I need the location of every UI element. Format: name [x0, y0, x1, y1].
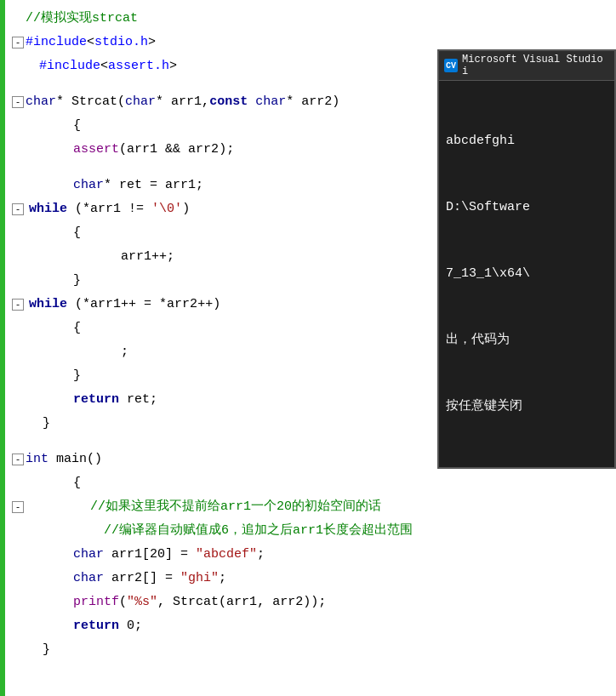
- while1-brace-text: {: [26, 221, 81, 245]
- main-text: int main(): [26, 448, 102, 471]
- collapse-icon-comment2[interactable]: -: [12, 501, 24, 513]
- vs-icon: CV: [444, 59, 458, 72]
- console-line-5: 按任意键关闭: [446, 396, 607, 418]
- comment2-text: //如果这里我不提前给arr1一个20的初始空间的话: [26, 495, 381, 519]
- console-line-1: abcdefghi: [446, 130, 607, 152]
- arr2-text: char arr2[] = "ghi";: [26, 567, 226, 590]
- console-titlebar: CV Microsoft Visual Studio i: [439, 51, 614, 81]
- while2-brace-text: {: [26, 317, 81, 340]
- func-sig-text: char* Strcat(char* arr1,const char* arr2…: [26, 90, 339, 114]
- collapse-icon-while1[interactable]: -: [12, 203, 24, 215]
- brace1-text: {: [26, 114, 81, 138]
- code-line-return0: return 0;: [12, 614, 616, 638]
- console-title: Microsoft Visual Studio i: [462, 54, 609, 77]
- editor-window: //模拟实现strcat - #include<stdio.h> #includ…: [0, 0, 616, 696]
- collapse-icon-while2[interactable]: -: [12, 299, 24, 311]
- while1-text: while (*arr1 != '\0'): [26, 197, 190, 221]
- console-popup: CV Microsoft Visual Studio i abcdefghi D…: [437, 49, 616, 469]
- arr1-text: char arr1[20] = "abcdef";: [26, 543, 265, 567]
- printf-text: printf("%s", Strcat(arr1, arr2));: [26, 590, 326, 614]
- comment3-text: //编译器自动赋值成6，追加之后arr1长度会超出范围: [26, 519, 413, 543]
- console-line-3: 7_13_1\x64\: [446, 263, 607, 285]
- console-line-2: D:\Software: [446, 197, 607, 219]
- console-content: abcdefghi D:\Software 7_13_1\x64\ 出，代码为 …: [439, 81, 614, 467]
- code-line-comment2: - //如果这里我不提前给arr1一个20的初始空间的话: [12, 495, 616, 519]
- code-line-comment3: //编译器自动赋值成6，追加之后arr1长度会超出范围: [12, 519, 616, 543]
- code-line-arr1: char arr1[20] = "abcdef";: [12, 543, 616, 567]
- include2-text: #include<assert.h>: [26, 54, 177, 78]
- while1-close-text: }: [26, 269, 81, 293]
- semicolon-text: ;: [26, 340, 128, 364]
- while2-close-text: }: [26, 364, 81, 388]
- while2-text: while (*arr1++ = *arr2++): [26, 293, 220, 317]
- comment-strcat: //模拟实现strcat: [26, 7, 138, 31]
- collapse-icon-main[interactable]: -: [12, 454, 24, 465]
- arr1inc-text: arr1++;: [26, 245, 174, 269]
- code-line-main-close: }: [12, 638, 616, 662]
- code-line-main-brace: {: [12, 471, 616, 495]
- return-text: return ret;: [26, 388, 157, 412]
- assert-text: assert(arr1 && arr2);: [26, 138, 234, 162]
- code-line-arr2: char arr2[] = "ghi";: [12, 567, 616, 590]
- code-line-printf: printf("%s", Strcat(arr1, arr2));: [12, 590, 616, 614]
- func-close-text: }: [26, 412, 50, 436]
- ret-text: char* ret = arr1;: [26, 174, 203, 197]
- return0-text: return 0;: [26, 614, 142, 638]
- code-line-1: //模拟实现strcat: [12, 7, 616, 31]
- main-close-text: }: [26, 638, 50, 662]
- console-line-4: 出，代码为: [446, 329, 607, 351]
- collapse-icon-include1[interactable]: -: [12, 37, 24, 48]
- include1-text: #include<stdio.h>: [26, 31, 156, 54]
- main-brace-text: {: [26, 471, 81, 495]
- collapse-icon-func[interactable]: -: [12, 96, 24, 108]
